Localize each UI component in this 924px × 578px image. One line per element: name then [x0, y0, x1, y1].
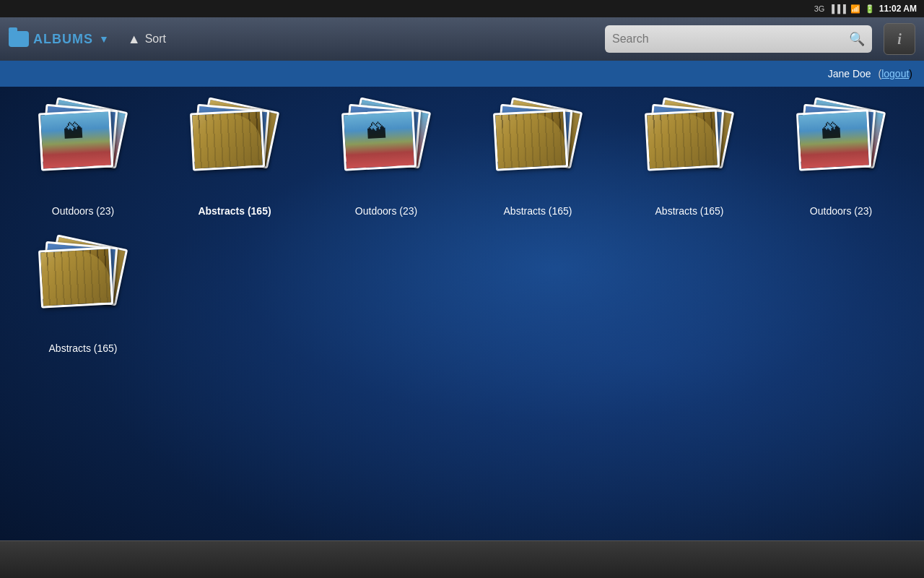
sort-label: Sort [145, 33, 166, 46]
bars-icon: ▐▐▐ [829, 4, 845, 13]
album-stack [36, 238, 130, 332]
albums-grid: Outdoors (23) Abstracts (165) Outdoors (… [29, 101, 895, 354]
album-item[interactable]: Abstracts (165) [635, 101, 744, 217]
photo-front [645, 109, 720, 171]
photo-front [341, 109, 417, 171]
album-item[interactable]: Outdoors (23) [787, 101, 895, 217]
photo-thumbnail [647, 112, 718, 169]
album-label: Outdoors (23) [52, 205, 114, 217]
album-item[interactable]: Outdoors (23) [332, 101, 440, 217]
photo-thumbnail [192, 112, 263, 169]
photo-thumbnail [40, 112, 111, 169]
photo-thumbnail [40, 249, 111, 306]
album-item[interactable]: Abstracts (165) [180, 101, 289, 217]
album-label: Abstracts (165) [655, 205, 724, 217]
photo-front [38, 109, 113, 171]
username: Jane Doe [828, 68, 871, 79]
folder-icon [9, 31, 29, 47]
photo-thumbnail [344, 112, 414, 169]
album-label: Outdoors (23) [355, 205, 417, 217]
album-label: Abstracts (165) [198, 205, 271, 217]
photo-front [38, 246, 113, 308]
wifi-icon: 📶 [850, 4, 860, 14]
status-bar: 3G ▐▐▐ 📶 🔋 11:02 AM [0, 0, 924, 17]
sort-arrow-icon: ▲ [128, 32, 141, 47]
album-item[interactable]: Abstracts (165) [29, 238, 137, 354]
sort-button[interactable]: ▲ Sort [128, 32, 166, 47]
photo-front [493, 109, 568, 171]
album-stack [794, 101, 888, 195]
photo-thumbnail [495, 112, 566, 169]
signal-icon: 3G [814, 4, 825, 13]
album-item[interactable]: Outdoors (23) [29, 101, 137, 217]
album-stack [339, 101, 433, 195]
album-label: Abstracts (165) [49, 342, 118, 354]
album-stack [36, 101, 130, 195]
photo-front [796, 109, 871, 171]
album-label: Abstracts (165) [504, 205, 572, 217]
photo-thumbnail [798, 112, 869, 169]
album-stack [491, 101, 585, 195]
main-content: Outdoors (23) Abstracts (165) Outdoors (… [0, 87, 924, 540]
close-paren: ) [909, 68, 912, 79]
search-icon[interactable]: 🔍 [849, 31, 865, 47]
clock: 11:02 AM [879, 4, 917, 14]
album-label: Outdoors (23) [810, 205, 872, 217]
chevron-down-icon: ▼ [99, 33, 109, 45]
search-input[interactable] [612, 33, 849, 46]
toolbar: ALBUMS ▼ ▲ Sort 🔍 i [0, 17, 924, 61]
battery-icon: 🔋 [865, 4, 875, 14]
photo-front [190, 109, 265, 171]
search-container: 🔍 [605, 25, 872, 53]
info-icon: i [897, 31, 902, 48]
album-item[interactable]: Abstracts (165) [484, 101, 592, 217]
logout-parens: ( [876, 68, 882, 79]
album-stack [642, 101, 736, 195]
info-button[interactable]: i [884, 23, 915, 55]
albums-button[interactable]: ALBUMS ▼ [9, 31, 109, 47]
albums-label: ALBUMS [33, 32, 93, 47]
logout-link[interactable]: logout [881, 68, 909, 79]
album-stack [188, 101, 282, 195]
bottom-bar [0, 540, 924, 578]
user-bar: Jane Doe ( logout ) [0, 61, 924, 87]
